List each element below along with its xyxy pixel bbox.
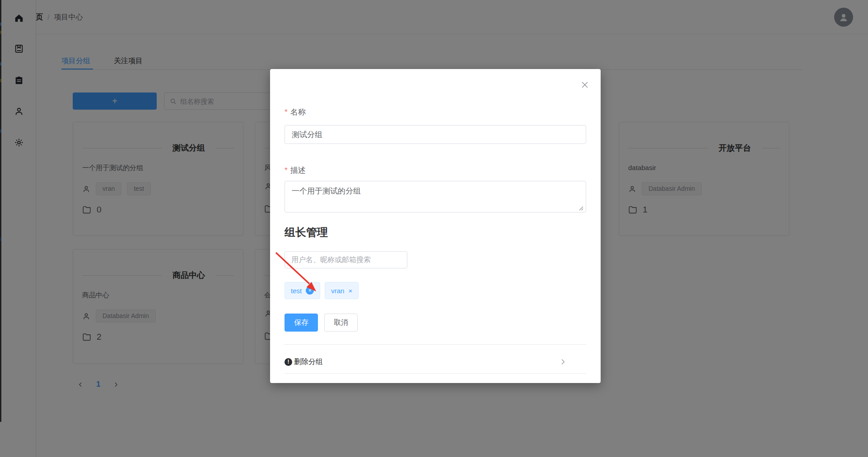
cancel-button[interactable]: 取消 bbox=[324, 314, 358, 332]
dialog-divider bbox=[285, 344, 586, 345]
name-field-label: *名称 bbox=[285, 107, 306, 117]
name-field[interactable] bbox=[285, 125, 586, 144]
required-mark: * bbox=[285, 166, 288, 175]
delete-group-row[interactable]: ! 删除分组 bbox=[285, 355, 586, 369]
leader-management-title: 组长管理 bbox=[285, 225, 328, 240]
warning-filled-icon: ! bbox=[285, 358, 292, 366]
circle-close-icon[interactable]: × bbox=[306, 286, 314, 295]
chevron-right-icon bbox=[559, 358, 566, 365]
dialog-actions: 保存 取消 bbox=[285, 314, 358, 332]
edit-group-dialog: *名称 *描述 一个用于测试的分组 组长管理 test × vran × 保存 … bbox=[270, 69, 601, 383]
leader-tag-test[interactable]: test × bbox=[285, 282, 320, 299]
close-icon[interactable] bbox=[581, 81, 589, 89]
member-search-input[interactable] bbox=[285, 251, 407, 268]
app-root: 首页 / 项目中心 项目分组 关注项目 + 测试分组 一个用于测试的分组 bbox=[0, 0, 868, 457]
leader-tag-vran[interactable]: vran × bbox=[325, 282, 359, 299]
required-mark: * bbox=[285, 108, 288, 116]
save-button[interactable]: 保存 bbox=[285, 314, 318, 332]
dialog-divider bbox=[285, 373, 586, 374]
description-field[interactable]: 一个用于测试的分组 bbox=[285, 181, 586, 212]
delete-group-label: 删除分组 bbox=[294, 357, 323, 367]
selected-leader-tags: test × vran × bbox=[285, 282, 359, 299]
description-field-label: *描述 bbox=[285, 165, 306, 175]
close-icon[interactable]: × bbox=[348, 287, 352, 294]
